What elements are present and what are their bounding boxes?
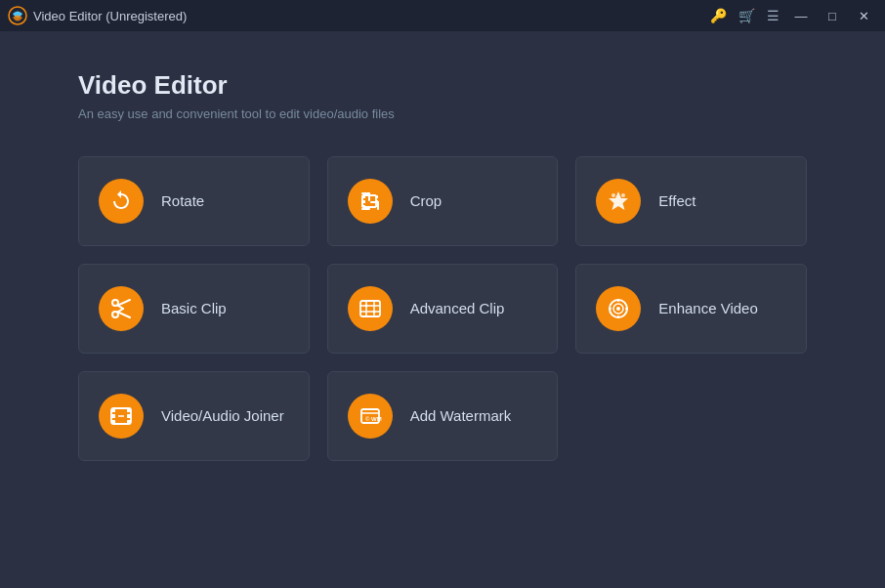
- svg-rect-8: [362, 195, 365, 198]
- tool-card-crop[interactable]: Crop: [327, 156, 559, 246]
- svg-line-22: [118, 309, 123, 312]
- svg-rect-39: [111, 414, 115, 418]
- svg-rect-41: [127, 408, 131, 412]
- basic-clip-label: Basic Clip: [161, 299, 227, 318]
- svg-rect-40: [111, 420, 115, 424]
- svg-marker-14: [609, 191, 628, 210]
- advanced-clip-icon-circle: [348, 286, 393, 331]
- close-button[interactable]: ✕: [850, 5, 877, 26]
- svg-point-28: [364, 305, 367, 308]
- svg-line-20: [118, 312, 130, 317]
- page-title: Video Editor: [78, 70, 807, 101]
- enhance-icon: [607, 297, 630, 320]
- page-subtitle: An easy use and convenient tool to edit …: [78, 106, 807, 121]
- tool-card-watermark[interactable]: © WM Add Watermark: [327, 371, 559, 461]
- effect-label: Effect: [658, 191, 695, 211]
- tool-card-advanced-clip[interactable]: Advanced Clip: [327, 264, 559, 354]
- rotate-label: Rotate: [161, 191, 204, 211]
- effect-icon-circle: [596, 179, 641, 224]
- basic-clip-icon-circle: [99, 286, 144, 331]
- joiner-icon-circle: [99, 394, 144, 439]
- watermark-label: Add Watermark: [410, 406, 512, 426]
- tool-card-effect[interactable]: Effect: [575, 156, 807, 246]
- svg-rect-13: [375, 205, 378, 207]
- svg-point-29: [372, 311, 375, 314]
- enhance-video-label: Enhance Video: [658, 299, 757, 318]
- rotate-icon: [109, 189, 133, 213]
- watermark-icon-circle: © WM: [348, 394, 393, 439]
- tools-grid: Rotate: [78, 156, 807, 461]
- svg-rect-3: [368, 192, 370, 201]
- title-bar: Video Editor (Unregistered) 🔑 🛒 ☰ — □ ✕: [0, 0, 885, 31]
- tool-card-rotate[interactable]: Rotate: [78, 156, 310, 246]
- svg-text:© WM: © WM: [365, 416, 382, 422]
- svg-rect-6: [361, 208, 370, 210]
- title-bar-controls: 🔑 🛒 ☰ — □ ✕: [706, 5, 877, 26]
- menu-icon[interactable]: ☰: [763, 6, 783, 25]
- app-logo-icon: [8, 6, 27, 25]
- svg-rect-10: [362, 205, 365, 207]
- app-title: Video Editor (Unregistered): [33, 9, 187, 23]
- tool-card-joiner[interactable]: Video/Audio Joiner: [78, 371, 310, 461]
- svg-rect-9: [362, 200, 365, 203]
- crop-icon: [358, 189, 382, 213]
- svg-point-16: [621, 193, 625, 197]
- scissors-icon: [109, 297, 133, 320]
- svg-rect-23: [360, 301, 380, 316]
- svg-point-15: [611, 193, 615, 197]
- svg-rect-43: [127, 420, 131, 424]
- svg-point-32: [616, 307, 620, 311]
- joiner-icon: [109, 404, 133, 428]
- maximize-button[interactable]: □: [819, 5, 846, 26]
- svg-rect-38: [111, 408, 115, 412]
- effect-icon: [607, 189, 630, 213]
- tool-card-basic-clip[interactable]: Basic Clip: [78, 264, 310, 354]
- svg-rect-42: [127, 414, 131, 418]
- advanced-clip-icon: [358, 297, 382, 320]
- svg-line-19: [118, 300, 130, 306]
- rotate-icon-circle: [99, 179, 144, 224]
- svg-rect-12: [375, 200, 378, 203]
- key-icon[interactable]: 🔑: [706, 6, 731, 25]
- tool-card-enhance-video[interactable]: Enhance Video: [575, 264, 807, 354]
- joiner-label: Video/Audio Joiner: [161, 406, 284, 426]
- title-bar-left: Video Editor (Unregistered): [8, 6, 187, 25]
- enhance-video-icon-circle: [596, 286, 641, 331]
- crop-icon-circle: [348, 179, 393, 224]
- minimize-button[interactable]: —: [787, 5, 815, 26]
- advanced-clip-label: Advanced Clip: [410, 299, 505, 318]
- svg-rect-11: [375, 195, 378, 198]
- crop-label: Crop: [410, 191, 442, 211]
- watermark-icon: © WM: [358, 404, 382, 428]
- cart-icon[interactable]: 🛒: [735, 6, 759, 25]
- main-content: Video Editor An easy use and convenient …: [0, 31, 885, 490]
